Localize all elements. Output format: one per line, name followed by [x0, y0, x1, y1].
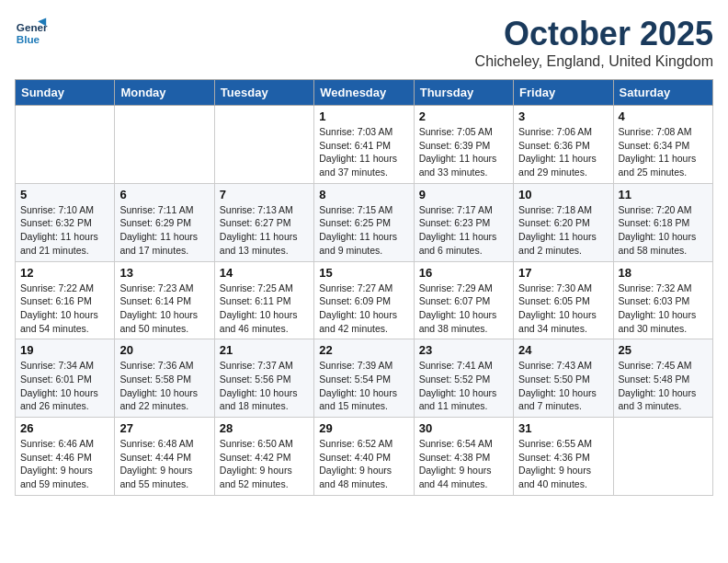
cell-content: Sunrise: 7:08 AM Sunset: 6:34 PM Dayligh…: [619, 125, 708, 179]
cell-content: Sunrise: 7:20 AM Sunset: 6:18 PM Dayligh…: [619, 203, 708, 258]
cell-content: Sunrise: 6:48 AM Sunset: 4:44 PM Dayligh…: [119, 437, 209, 491]
cell-content: Sunrise: 7:17 AM Sunset: 6:23 PM Dayligh…: [419, 203, 508, 258]
calendar-cell: 4Sunrise: 7:08 AM Sunset: 6:34 PM Daylig…: [613, 106, 712, 184]
calendar-cell: [613, 418, 712, 496]
cell-content: Sunrise: 7:18 AM Sunset: 6:20 PM Dayligh…: [518, 203, 608, 258]
cell-content: Sunrise: 7:22 AM Sunset: 6:16 PM Dayligh…: [20, 282, 109, 336]
logo-icon: General Blue: [15, 15, 48, 48]
svg-text:Blue: Blue: [17, 33, 40, 45]
calendar-cell: 31Sunrise: 6:55 AM Sunset: 4:36 PM Dayli…: [514, 418, 613, 496]
cell-content: Sunrise: 7:36 AM Sunset: 5:58 PM Dayligh…: [119, 359, 209, 413]
calendar-cell: 15Sunrise: 7:27 AM Sunset: 6:09 PM Dayli…: [314, 261, 414, 339]
cell-content: Sunrise: 7:41 AM Sunset: 5:52 PM Dayligh…: [419, 359, 508, 413]
calendar-cell: 27Sunrise: 6:48 AM Sunset: 4:44 PM Dayli…: [115, 418, 214, 496]
day-number: 1: [319, 109, 408, 123]
day-number: 7: [220, 188, 309, 201]
calendar-cell: 20Sunrise: 7:36 AM Sunset: 5:58 PM Dayli…: [115, 339, 214, 418]
calendar-cell: 22Sunrise: 7:39 AM Sunset: 5:54 PM Dayli…: [314, 339, 414, 418]
day-number: 23: [419, 343, 508, 357]
calendar-cell: 21Sunrise: 7:37 AM Sunset: 5:56 PM Dayli…: [214, 339, 313, 418]
calendar-cell: 29Sunrise: 6:52 AM Sunset: 4:40 PM Dayli…: [314, 418, 414, 496]
cell-content: Sunrise: 6:50 AM Sunset: 4:42 PM Dayligh…: [220, 437, 309, 491]
calendar-cell: 1Sunrise: 7:03 AM Sunset: 6:41 PM Daylig…: [314, 106, 414, 184]
calendar-cell: 17Sunrise: 7:30 AM Sunset: 6:05 PM Dayli…: [514, 261, 613, 339]
cell-content: Sunrise: 7:30 AM Sunset: 6:05 PM Dayligh…: [518, 282, 608, 336]
calendar-cell: [115, 106, 214, 184]
location: Chicheley, England, United Kingdom: [475, 53, 713, 70]
day-number: 19: [20, 343, 109, 357]
cell-content: Sunrise: 6:52 AM Sunset: 4:40 PM Dayligh…: [319, 437, 408, 491]
day-number: 16: [419, 266, 508, 280]
day-number: 6: [119, 188, 209, 201]
day-number: 8: [319, 188, 408, 201]
logo: General Blue: [15, 15, 48, 48]
calendar-table: SundayMondayTuesdayWednesdayThursdayFrid…: [15, 79, 713, 496]
calendar-cell: 25Sunrise: 7:45 AM Sunset: 5:48 PM Dayli…: [613, 339, 712, 418]
cell-content: Sunrise: 7:23 AM Sunset: 6:14 PM Dayligh…: [119, 282, 209, 336]
day-number: 12: [20, 266, 109, 280]
cell-content: Sunrise: 7:03 AM Sunset: 6:41 PM Dayligh…: [319, 125, 408, 179]
calendar-week-3: 12Sunrise: 7:22 AM Sunset: 6:16 PM Dayli…: [16, 261, 713, 339]
calendar-week-2: 5Sunrise: 7:10 AM Sunset: 6:32 PM Daylig…: [16, 183, 713, 261]
calendar-cell: 8Sunrise: 7:15 AM Sunset: 6:25 PM Daylig…: [314, 183, 414, 261]
calendar-cell: 2Sunrise: 7:05 AM Sunset: 6:39 PM Daylig…: [414, 106, 513, 184]
calendar-cell: 24Sunrise: 7:43 AM Sunset: 5:50 PM Dayli…: [514, 339, 613, 418]
day-number: 22: [319, 343, 408, 357]
weekday-header-tuesday: Tuesday: [214, 80, 313, 106]
day-number: 5: [20, 188, 109, 201]
calendar-cell: 26Sunrise: 6:46 AM Sunset: 4:46 PM Dayli…: [16, 418, 115, 496]
day-number: 28: [220, 421, 309, 435]
title-block: October 2025 Chicheley, England, United …: [475, 15, 713, 70]
calendar-cell: 30Sunrise: 6:54 AM Sunset: 4:38 PM Dayli…: [414, 418, 513, 496]
weekday-header-friday: Friday: [514, 80, 613, 106]
cell-content: Sunrise: 7:06 AM Sunset: 6:36 PM Dayligh…: [518, 125, 608, 179]
day-number: 15: [319, 266, 408, 280]
calendar-cell: 18Sunrise: 7:32 AM Sunset: 6:03 PM Dayli…: [613, 261, 712, 339]
cell-content: Sunrise: 7:43 AM Sunset: 5:50 PM Dayligh…: [518, 359, 608, 413]
weekday-header-wednesday: Wednesday: [314, 80, 414, 106]
day-number: 31: [518, 421, 608, 435]
cell-content: Sunrise: 7:15 AM Sunset: 6:25 PM Dayligh…: [319, 203, 408, 258]
cell-content: Sunrise: 6:54 AM Sunset: 4:38 PM Dayligh…: [419, 437, 508, 491]
calendar-week-4: 19Sunrise: 7:34 AM Sunset: 6:01 PM Dayli…: [16, 339, 713, 418]
calendar-cell: 6Sunrise: 7:11 AM Sunset: 6:29 PM Daylig…: [115, 183, 214, 261]
calendar-cell: 19Sunrise: 7:34 AM Sunset: 6:01 PM Dayli…: [16, 339, 115, 418]
calendar-cell: 16Sunrise: 7:29 AM Sunset: 6:07 PM Dayli…: [414, 261, 513, 339]
cell-content: Sunrise: 7:13 AM Sunset: 6:27 PM Dayligh…: [220, 203, 309, 258]
day-number: 29: [319, 421, 408, 435]
weekday-header-monday: Monday: [115, 80, 214, 106]
cell-content: Sunrise: 7:39 AM Sunset: 5:54 PM Dayligh…: [319, 359, 408, 413]
cell-content: Sunrise: 7:34 AM Sunset: 6:01 PM Dayligh…: [20, 359, 109, 413]
day-number: 3: [518, 109, 608, 123]
cell-content: Sunrise: 6:55 AM Sunset: 4:36 PM Dayligh…: [518, 437, 608, 491]
day-number: 11: [619, 188, 708, 201]
weekday-header-saturday: Saturday: [613, 80, 712, 106]
cell-content: Sunrise: 7:29 AM Sunset: 6:07 PM Dayligh…: [419, 282, 508, 336]
calendar-cell: [214, 106, 313, 184]
calendar-cell: 9Sunrise: 7:17 AM Sunset: 6:23 PM Daylig…: [414, 183, 513, 261]
calendar-cell: 5Sunrise: 7:10 AM Sunset: 6:32 PM Daylig…: [16, 183, 115, 261]
calendar-cell: 23Sunrise: 7:41 AM Sunset: 5:52 PM Dayli…: [414, 339, 513, 418]
cell-content: Sunrise: 7:32 AM Sunset: 6:03 PM Dayligh…: [619, 282, 708, 336]
month-title: October 2025: [475, 15, 713, 53]
day-number: 27: [119, 421, 209, 435]
calendar-cell: 12Sunrise: 7:22 AM Sunset: 6:16 PM Dayli…: [16, 261, 115, 339]
calendar-cell: 10Sunrise: 7:18 AM Sunset: 6:20 PM Dayli…: [514, 183, 613, 261]
cell-content: Sunrise: 7:25 AM Sunset: 6:11 PM Dayligh…: [220, 282, 309, 336]
day-number: 26: [20, 421, 109, 435]
day-number: 10: [518, 188, 608, 201]
calendar-cell: 14Sunrise: 7:25 AM Sunset: 6:11 PM Dayli…: [214, 261, 313, 339]
calendar-cell: 13Sunrise: 7:23 AM Sunset: 6:14 PM Dayli…: [115, 261, 214, 339]
calendar-cell: 3Sunrise: 7:06 AM Sunset: 6:36 PM Daylig…: [514, 106, 613, 184]
day-number: 20: [119, 343, 209, 357]
day-number: 9: [419, 188, 508, 201]
day-number: 24: [518, 343, 608, 357]
day-number: 18: [619, 266, 708, 280]
weekday-header-row: SundayMondayTuesdayWednesdayThursdayFrid…: [16, 80, 713, 106]
day-number: 25: [619, 343, 708, 357]
cell-content: Sunrise: 7:27 AM Sunset: 6:09 PM Dayligh…: [319, 282, 408, 336]
day-number: 17: [518, 266, 608, 280]
cell-content: Sunrise: 7:10 AM Sunset: 6:32 PM Dayligh…: [20, 203, 109, 258]
day-number: 13: [119, 266, 209, 280]
weekday-header-thursday: Thursday: [414, 80, 513, 106]
